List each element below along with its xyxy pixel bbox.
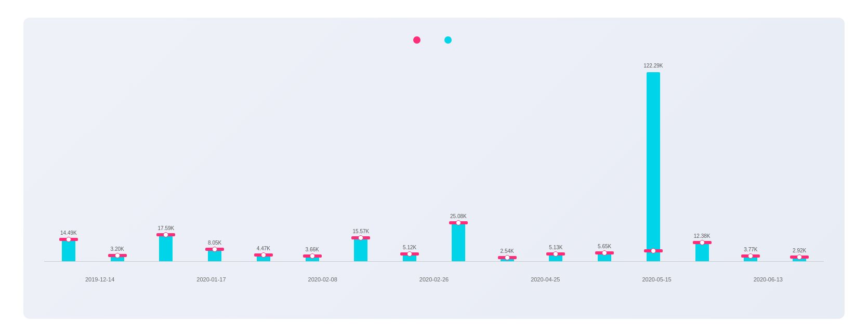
bar-pink-line [546,252,565,256]
bar-pink-line [693,241,712,244]
bar-value-label: 14.49K [60,230,77,236]
bar-value-label: 17.59K [158,225,175,231]
x-axis-label: 2020-02-26 [419,276,449,283]
bar-pink-line [644,249,663,252]
bar-value-label: 5.13K [549,245,562,250]
bar-group: 15.57K [337,238,386,262]
bar-pink-line [400,252,419,256]
bar-group: 14.49K [44,239,93,262]
bar-value-label: 2.54K [501,248,514,254]
legend-item-avg [413,36,424,44]
chart-container: 14.49K3.20K17.59K8.05K4.47K3.66K15.57K5.… [23,18,845,319]
bar-group: 8.05K [190,249,239,262]
bar-value-label: 5.12K [403,245,416,250]
bar-pink-line [449,221,468,224]
bar-value-label: 2.92K [793,248,806,253]
x-axis-label: 2020-04-25 [531,276,560,283]
legend-dot-posts [444,36,452,44]
bar-cyan [62,239,75,262]
bar-value-label: 3.77K [744,247,757,252]
baseline [44,261,824,262]
bar-group: 5.13K [532,254,581,262]
bar-pink-line [498,256,517,259]
bar-value-label: 12.38K [694,233,711,239]
bar-pink-line [205,248,224,251]
bar-pink-line [254,253,273,257]
bar-pink-line [741,254,760,258]
chart-area: 14.49K3.20K17.59K8.05K4.47K3.66K15.57K5.… [44,54,824,283]
bar-cyan [403,254,416,262]
bar-pink-line [790,256,809,259]
bar-cyan [159,235,173,262]
bar-group: 5.65K [580,253,629,262]
bar-value-label: 15.57K [353,229,370,234]
x-axis-label: 2019-12-14 [85,276,114,283]
x-axis: 2019-12-142020-01-172020-02-082020-02-26… [44,276,824,283]
bar-pink-line [595,251,614,254]
bar-group: 122.29K [629,72,678,262]
bar-pink-line [156,233,175,236]
bar-cyan [208,249,221,262]
x-axis-label: 2020-05-15 [642,276,671,283]
bar-cyan [647,72,660,262]
bar-pink-line [303,254,322,258]
bar-group: 25.08K [434,223,483,262]
bar-pink-line [108,254,127,257]
x-axis-label: 2020-01-17 [196,276,226,283]
x-axis-label: 2020-06-13 [754,276,783,283]
bar-value-label: 8.05K [208,240,221,246]
bar-value-label: 4.47K [257,246,270,251]
bar-group: 17.59K [142,235,191,262]
chart-legend [44,36,824,44]
bar-cyan [695,243,709,262]
bar-value-label: 5.65K [598,244,611,249]
bar-pink-line [351,236,370,239]
bar-cyan [598,253,611,262]
bar-value-label: 3.66K [306,247,319,252]
bar-cyan [549,254,562,262]
bar-value-label: 25.08K [450,213,467,219]
bar-cyan [452,223,465,262]
bar-value-label: 122.29K [643,63,663,69]
bar-group: 5.12K [385,254,434,262]
bar-cyan [354,238,367,262]
bars-container: 14.49K3.20K17.59K8.05K4.47K3.66K15.57K5.… [44,64,824,262]
bar-value-label: 3.20K [111,246,124,252]
x-axis-label: 2020-02-08 [308,276,337,283]
legend-item-posts [444,36,455,44]
bar-group: 12.38K [678,243,727,262]
legend-dot-avg [413,36,420,44]
bar-pink-line [59,238,78,241]
